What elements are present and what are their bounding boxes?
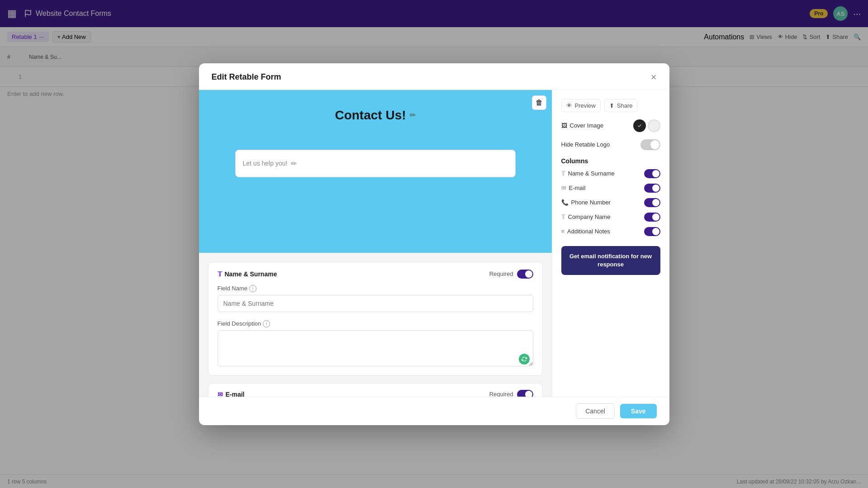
cover-image-label: 🖼 Cover Image — [561, 122, 603, 129]
form-fields-area: 𝕋 Name & Surname Required Field Name i — [199, 253, 552, 397]
field-desc-section-label: Field Description i — [218, 320, 533, 327]
col-toggle-phone[interactable] — [644, 198, 660, 207]
field-desc-info-icon[interactable]: i — [263, 320, 270, 327]
form-cover: 🗑 Contact Us! ✏ Let us help you! ✏ — [199, 90, 552, 253]
panel-actions: 👁 Preview ⬆ Share — [561, 99, 660, 112]
column-row-name-surname: 𝕋 Name & Surname — [561, 166, 660, 181]
share-icon: ⬆ — [609, 102, 614, 109]
required-toggle-row: Required — [489, 270, 533, 279]
preview-icon: 👁 — [566, 102, 572, 109]
modal-header: Edit Retable Form × — [199, 63, 669, 90]
cover-image-row: 🖼 Cover Image — [561, 119, 660, 132]
field-card-header: 𝕋 Name & Surname Required — [218, 270, 533, 279]
form-subtitle-edit-icon[interactable]: ✏ — [291, 159, 297, 168]
form-subtitle-wrap: Let us help you! ✏ — [235, 150, 516, 177]
text-type-icon: 𝕋 — [218, 270, 222, 278]
col-icon-notes: ≡ — [561, 228, 565, 235]
field-card-name-surname: 𝕋 Name & Surname Required Field Name i — [208, 262, 543, 376]
form-title-edit-icon[interactable]: ✏ — [410, 111, 416, 119]
field-name-label: 𝕋 Name & Surname — [218, 270, 277, 278]
field-desc-textarea[interactable] — [218, 330, 533, 366]
modal-overlay: Edit Retable Form × 🗑 Contact Us! ✏ Let — [0, 0, 868, 488]
field-desc-textarea-wrap — [218, 330, 533, 368]
form-title-area: Contact Us! ✏ — [335, 108, 415, 123]
col-toggle-notes[interactable] — [644, 227, 660, 236]
columns-title: Columns — [561, 157, 660, 165]
modal-close-button[interactable]: × — [651, 72, 657, 82]
cover-toggle-group — [633, 119, 660, 132]
edit-form-modal: Edit Retable Form × 🗑 Contact Us! ✏ Let — [199, 63, 669, 425]
column-row-email: ✉ E-mail — [561, 181, 660, 195]
share-button-panel[interactable]: ⬆ Share — [604, 99, 638, 112]
cover-dark-toggle[interactable] — [633, 119, 646, 132]
modal-footer: Cancel Save — [199, 397, 669, 425]
delete-cover-button[interactable]: 🗑 — [532, 95, 546, 110]
email-required-toggle[interactable] — [517, 390, 533, 397]
col-icon-name: 𝕋 — [561, 170, 565, 177]
col-icon-email: ✉ — [561, 185, 566, 191]
hide-logo-label: Hide Retable Logo — [561, 141, 610, 148]
field-name-section-label: Field Name i — [218, 285, 533, 292]
column-row-notes: ≡ Additional Notes — [561, 224, 660, 239]
form-preview-panel: 🗑 Contact Us! ✏ Let us help you! ✏ — [199, 90, 552, 397]
col-toggle-email[interactable] — [644, 184, 660, 193]
hide-logo-toggle[interactable] — [640, 139, 660, 150]
email-type-icon: ✉ — [218, 391, 223, 397]
hide-logo-row: Hide Retable Logo — [561, 139, 660, 150]
modal-title: Edit Retable Form — [212, 72, 281, 82]
form-subtitle: Let us help you! — [243, 160, 288, 167]
field-name-info-icon[interactable]: i — [249, 285, 256, 292]
field-card-email[interactable]: ✉ E-mail Required — [208, 383, 543, 397]
modal-body: 🗑 Contact Us! ✏ Let us help you! ✏ — [199, 90, 669, 397]
email-required-toggle-row: Required — [489, 390, 533, 397]
columns-section: Columns 𝕋 Name & Surname ✉ E-mail — [561, 157, 660, 239]
refresh-svg — [522, 356, 527, 362]
field-name-input[interactable] — [218, 295, 533, 312]
trash-icon: 🗑 — [536, 99, 543, 107]
preview-button[interactable]: 👁 Preview — [561, 99, 601, 112]
cancel-button[interactable]: Cancel — [576, 403, 615, 419]
cover-image-icon: 🖼 — [561, 122, 567, 129]
column-row-phone: 📞 Phone Number — [561, 195, 660, 210]
save-button[interactable]: Save — [620, 404, 657, 418]
cover-light-toggle[interactable] — [648, 119, 660, 132]
column-row-company: 𝕋 Company Name — [561, 210, 660, 224]
email-field-name-label: ✉ E-mail — [218, 391, 245, 397]
col-icon-company: 𝕋 — [561, 213, 565, 220]
col-toggle-company[interactable] — [644, 213, 660, 222]
col-icon-phone: 📞 — [561, 199, 569, 206]
get-email-notification-button[interactable]: Get email notification for new response — [561, 246, 660, 275]
form-title: Contact Us! — [335, 108, 406, 123]
col-toggle-name-surname[interactable] — [644, 169, 660, 178]
right-panel: 👁 Preview ⬆ Share 🖼 Cover Image — [552, 90, 669, 397]
required-toggle[interactable] — [517, 270, 533, 279]
check-icon — [637, 123, 642, 128]
refresh-icon[interactable] — [519, 354, 530, 365]
